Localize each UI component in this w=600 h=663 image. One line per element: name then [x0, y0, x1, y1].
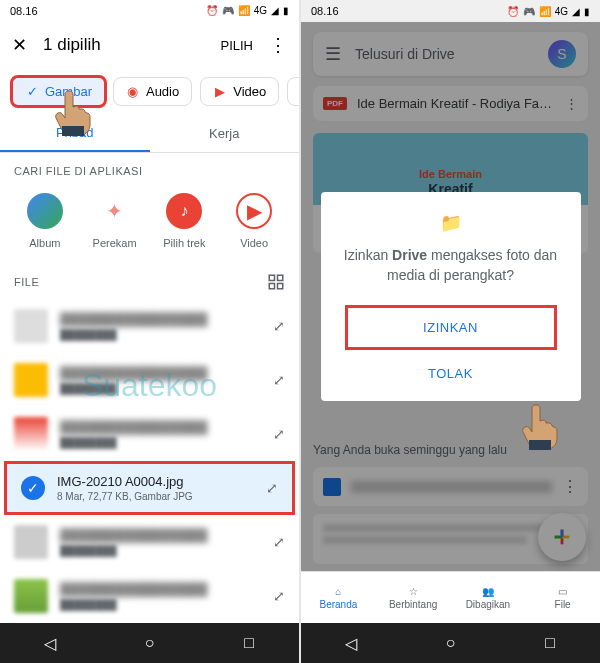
expand-icon[interactable]: ⤢	[273, 426, 285, 442]
check-icon: ✓	[25, 85, 39, 99]
svg-rect-2	[269, 284, 274, 289]
svg-rect-0	[269, 276, 274, 281]
status-bar: 08.16 ⏰🎮📶4G◢▮	[0, 0, 299, 22]
status-time: 08.16	[311, 5, 339, 17]
app-video[interactable]: ▶ Video	[223, 193, 285, 249]
expand-icon[interactable]: ⤢	[273, 534, 285, 550]
selected-check-icon: ✓	[21, 476, 45, 500]
tab-work[interactable]: Kerja	[150, 114, 300, 153]
allow-button[interactable]: IZINKAN	[345, 305, 557, 350]
back-button[interactable]: ◁	[40, 633, 60, 653]
file-thumbnail	[14, 579, 48, 613]
file-thumbnail	[14, 417, 48, 451]
picker-header: ✕ 1 dipilih PILIH ⋮	[0, 22, 299, 69]
chip-video[interactable]: ▶ Video	[200, 77, 279, 106]
svg-rect-3	[278, 284, 283, 289]
permission-dialog-overlay: 📁 Izinkan Drive mengakses foto dan media…	[301, 22, 600, 571]
expand-icon[interactable]: ⤢	[273, 318, 285, 334]
music-icon: ♪	[166, 193, 202, 229]
video-icon: ▶	[213, 85, 227, 99]
file-row[interactable]: ████████████████████████ ⤢	[0, 515, 299, 569]
deny-button[interactable]: TOLAK	[337, 354, 565, 393]
back-button[interactable]: ◁	[341, 633, 361, 653]
android-nav-bar: ◁ ○ □	[301, 623, 600, 663]
file-row[interactable]: ████████████████████████ ⤢	[0, 299, 299, 353]
app-perekam[interactable]: ✦ Perekam	[84, 193, 146, 249]
phone-left: 08.16 ⏰🎮📶4G◢▮ ✕ 1 dipilih PILIH ⋮ ✓ Gamb…	[0, 0, 299, 663]
dialog-message: Izinkan Drive mengakses foto dan media d…	[337, 246, 565, 285]
audio-icon: ◉	[126, 85, 140, 99]
file-thumbnail	[14, 525, 48, 559]
expand-icon[interactable]: ⤢	[273, 588, 285, 604]
recents-button[interactable]: □	[540, 633, 560, 653]
chip-doc[interactable]: ▭ Doku	[287, 77, 299, 106]
permission-dialog: 📁 Izinkan Drive mengakses foto dan media…	[321, 192, 581, 401]
expand-icon[interactable]: ⤢	[266, 480, 278, 496]
home-icon: ⌂	[335, 586, 341, 597]
tabs: Pribad Kerja	[0, 114, 299, 154]
android-nav-bar: ◁ ○ □	[0, 623, 299, 663]
filter-chips: ✓ Gambar ◉ Audio ▶ Video ▭ Doku	[0, 69, 299, 114]
nav-dibagikan[interactable]: 👥 Dibagikan	[451, 572, 526, 623]
file-section-header: FILE	[0, 265, 299, 299]
file-row[interactable]: ████████████████████████ ⤢	[0, 407, 299, 461]
app-album[interactable]: Album	[14, 193, 76, 249]
status-bar: 08.16 ⏰🎮📶4G◢▮	[301, 0, 600, 22]
file-thumbnail	[14, 309, 48, 343]
album-icon	[27, 193, 63, 229]
status-icons: ⏰🎮📶4G◢▮	[507, 6, 590, 17]
file-row[interactable]: ████████████████████████ ⤢	[0, 353, 299, 407]
apps-row: Album ✦ Perekam ♪ Pilih trek ▶ Video	[0, 185, 299, 265]
chip-audio[interactable]: ◉ Audio	[113, 77, 192, 106]
status-icons: ⏰🎮📶4G◢▮	[206, 5, 289, 16]
svg-rect-1	[278, 276, 283, 281]
more-icon[interactable]: ⋮	[269, 34, 287, 56]
status-time: 08.16	[10, 5, 38, 17]
home-button[interactable]: ○	[440, 633, 460, 653]
phone-right: 08.16 ⏰🎮📶4G◢▮ ☰ Telusuri di Drive S PDF …	[301, 0, 600, 663]
app-pilih-trek[interactable]: ♪ Pilih trek	[154, 193, 216, 249]
folder-icon: ▭	[558, 586, 567, 597]
nav-beranda[interactable]: ⌂ Beranda	[301, 572, 376, 623]
grid-view-icon[interactable]	[267, 273, 285, 291]
home-button[interactable]: ○	[139, 633, 159, 653]
shared-icon: 👥	[482, 586, 494, 597]
chip-gambar[interactable]: ✓ Gambar	[10, 75, 107, 108]
folder-icon: 📁	[337, 212, 565, 234]
star-icon: ☆	[409, 586, 418, 597]
recorder-icon: ✦	[97, 193, 133, 229]
tab-personal[interactable]: Pribad	[0, 114, 150, 153]
bottom-nav: ⌂ Beranda ☆ Berbintang 👥 Dibagikan ▭ Fil…	[301, 571, 600, 623]
file-name: IMG-20210 A0004.jpg	[57, 474, 254, 489]
nav-file[interactable]: ▭ File	[525, 572, 600, 623]
file-row-selected[interactable]: ✓ IMG-20210 A0004.jpg 8 Mar, 72,77 KB, G…	[4, 461, 295, 515]
selection-count: 1 dipilih	[43, 35, 204, 55]
file-meta: 8 Mar, 72,77 KB, Gambar JPG	[57, 491, 254, 502]
file-row[interactable]: ████████████████████████ ⤢	[0, 569, 299, 623]
close-icon[interactable]: ✕	[12, 34, 27, 56]
nav-berbintang[interactable]: ☆ Berbintang	[376, 572, 451, 623]
file-thumbnail	[14, 363, 48, 397]
expand-icon[interactable]: ⤢	[273, 372, 285, 388]
apps-section-label: CARI FILE DI APLIKASI	[0, 153, 299, 185]
recents-button[interactable]: □	[239, 633, 259, 653]
pick-button[interactable]: PILIH	[220, 38, 253, 53]
play-icon: ▶	[236, 193, 272, 229]
